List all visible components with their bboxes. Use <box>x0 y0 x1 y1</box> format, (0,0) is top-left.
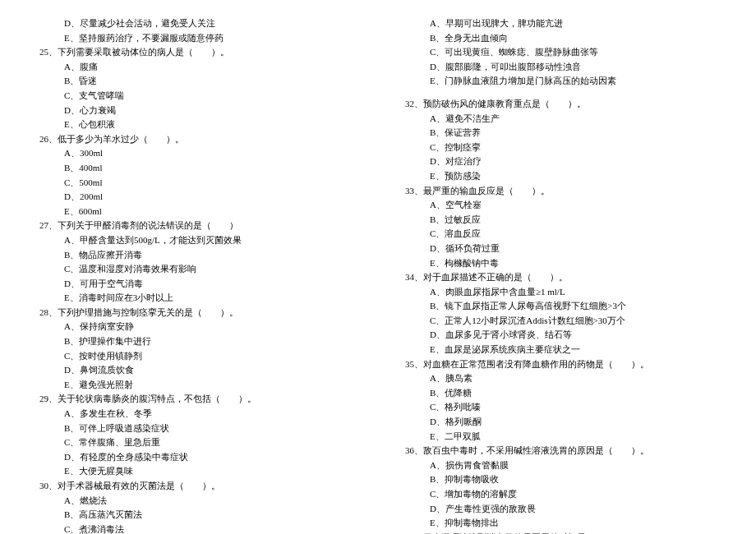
option: A、避免不洁生产 <box>399 112 723 127</box>
question-33: 33、最严重的输血反应是（ ）。 <box>399 184 723 199</box>
option: E、避免强光照射 <box>33 378 357 393</box>
option: E、血尿是泌尿系统疾病主要症状之一 <box>399 343 723 357</box>
option: E、枸橼酸钠中毒 <box>399 256 723 271</box>
option: D、腹部膨隆，可叩出腹部移动性浊音 <box>399 60 723 75</box>
option: B、保证营养 <box>399 126 723 140</box>
question-37: 37、日光曝晒法达到消毒目的需要用的时间是（ ）。 <box>399 531 723 534</box>
option: E、门静脉血液阻力增加是门脉高压的始动因素 <box>399 74 723 89</box>
option: D、血尿多见于肾小球肾炎、结石等 <box>399 328 723 343</box>
question-25: 25、下列需要采取被动体位的病人是（ ）。 <box>33 45 357 60</box>
option: E、抑制毒物排出 <box>399 516 723 531</box>
option: E、600ml <box>33 205 357 219</box>
option: B、优降糖 <box>399 386 723 401</box>
option: C、常伴腹痛、里急后重 <box>33 435 357 450</box>
option: C、正常人12小时尿沉渣Addis计数红细胞>30万个 <box>399 314 723 329</box>
option: C、支气管哮喘 <box>33 89 357 104</box>
question-26: 26、低于多少为羊水过少（ ）。 <box>33 132 357 147</box>
question-35: 35、对血糖在正常范围者没有降血糖作用的药物是（ ）。 <box>399 357 723 372</box>
option: C、煮沸消毒法 <box>33 522 357 534</box>
option: E、预防感染 <box>399 169 723 184</box>
left-column: D、尽量减少社会活动，避免受人关注 E、坚持服药治疗，不要漏服或随意停药 25、… <box>33 16 357 534</box>
option: C、控制痉挛 <box>399 140 723 155</box>
option: B、可伴上呼吸道感染症状 <box>33 421 357 436</box>
option: E、坚持服药治疗，不要漏服或随意停药 <box>33 31 357 46</box>
question-32: 32、预防破伤风的健康教育重点是（ ）。 <box>399 97 723 112</box>
option: A、腹痛 <box>33 60 357 75</box>
option: A、300ml <box>33 146 357 161</box>
option: B、护理操作集中进行 <box>33 334 357 349</box>
option: B、高压蒸汽灭菌法 <box>33 508 357 522</box>
right-column: A、早期可出现脾大，脾功能亢进 B、全身无出血倾向 C、可出现黄疸、蜘蛛痣、腹壁… <box>399 16 723 534</box>
option: C、格列吡嗪 <box>399 400 723 415</box>
option: A、损伤胃食管黏膜 <box>399 458 723 473</box>
option: D、可用于空气消毒 <box>33 277 357 292</box>
option: C、溶血反应 <box>399 227 723 242</box>
option: B、昏迷 <box>33 74 357 89</box>
option: A、保持病室安静 <box>33 320 357 334</box>
option: D、循环负荷过重 <box>399 242 723 256</box>
option: A、肉眼血尿指尿中含血量≥1 ml/L <box>399 285 723 300</box>
option: C、增加毒物的溶解度 <box>399 487 723 502</box>
question-36: 36、敌百虫中毒时，不采用碱性溶液洗胃的原因是（ ）。 <box>399 444 723 458</box>
question-27: 27、下列关于甲醛消毒剂的说法错误的是（ ） <box>33 219 357 233</box>
option: D、有轻度的全身感染中毒症状 <box>33 450 357 465</box>
option: A、燃烧法 <box>33 494 357 509</box>
option: B、400ml <box>33 161 357 176</box>
option: B、抑制毒物吸收 <box>399 472 723 487</box>
option: B、物品应擦开消毒 <box>33 248 357 263</box>
question-34: 34、对于血尿描述不正确的是（ ）。 <box>399 270 723 285</box>
option: C、500ml <box>33 176 357 191</box>
question-28: 28、下列护理措施与控制痉挛无关的是（ ）。 <box>33 306 357 320</box>
option: E、心包积液 <box>33 117 357 132</box>
option: E、二甲双胍 <box>399 430 723 444</box>
option: D、尽量减少社会活动，避免受人关注 <box>33 16 357 31</box>
option: A、早期可出现脾大，脾功能亢进 <box>399 16 723 31</box>
question-29: 29、关于轮状病毒肠炎的腹泻特点，不包括（ ）。 <box>33 392 357 407</box>
option: D、格列哌酮 <box>399 415 723 430</box>
option: A、甲醛含量达到500g/L，才能达到灭菌效果 <box>33 233 357 248</box>
option: D、对症治疗 <box>399 154 723 169</box>
option: C、按时使用镇静剂 <box>33 349 357 364</box>
option: A、空气栓塞 <box>399 198 723 213</box>
option: E、消毒时间应在3小时以上 <box>33 291 357 306</box>
option: E、大便无腥臭味 <box>33 464 357 479</box>
option: B、镜下血尿指正常人尿每高倍视野下红细胞>3个 <box>399 299 723 314</box>
option: D、鼻饲流质饮食 <box>33 363 357 378</box>
option: C、温度和湿度对消毒效果有影响 <box>33 262 357 277</box>
option: D、产生毒性更强的敌敌畏 <box>399 502 723 517</box>
question-30: 30、对手术器械最有效的灭菌法是（ ）。 <box>33 479 357 494</box>
option: A、胰岛素 <box>399 371 723 386</box>
option: B、全身无出血倾向 <box>399 31 723 46</box>
option: D、200ml <box>33 190 357 205</box>
option: C、可出现黄疸、蜘蛛痣、腹壁静脉曲张等 <box>399 45 723 60</box>
option: A、多发生在秋、冬季 <box>33 407 357 421</box>
option: D、心力衰竭 <box>33 104 357 118</box>
option: B、过敏反应 <box>399 213 723 228</box>
